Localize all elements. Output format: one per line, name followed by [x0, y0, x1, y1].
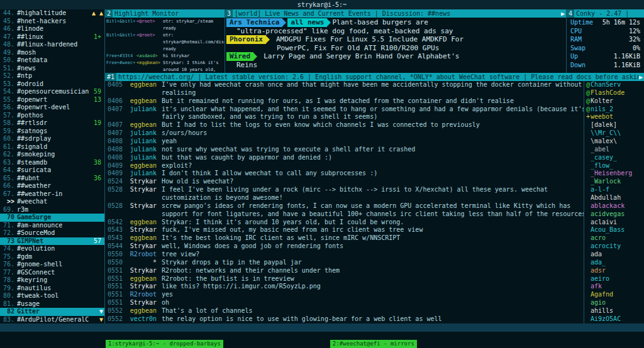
- stat-label: RAM: [570, 35, 582, 44]
- powerline-arrow-icon: [272, 44, 275, 52]
- buffer-list-item[interactable]: 53. #odroid: [0, 80, 104, 89]
- buffer-list-item[interactable]: 59. #satnogs: [0, 128, 104, 136]
- buffer-list-item[interactable]: 70 GameSurge: [0, 214, 104, 222]
- buffer-list-item[interactable]: 44. #highaltitude ▲ ▲: [0, 9, 104, 18]
- buffer-list-item[interactable]: 74. #evolution: [0, 245, 104, 253]
- message-time: 0405: [108, 81, 124, 89]
- buffer-list-item[interactable]: 62. #smokeping: [0, 151, 104, 159]
- buffer-list-item[interactable]: 78. #keyring: [0, 276, 104, 285]
- highlight-monitor-titlebar: 2 Highlight Monitor: [105, 9, 225, 18]
- buffer-list-item[interactable]: 61. #signald: [0, 143, 104, 151]
- nicklist-item[interactable]: agio: [586, 299, 644, 307]
- nicklist-item[interactable]: _Warlock: [586, 178, 644, 186]
- buffer-list-item[interactable]: 55. #openwrt 13: [0, 96, 104, 104]
- buffer-list-item[interactable]: 80. #tweak-tool: [0, 292, 104, 300]
- buffer-list-item[interactable]: 73 GIMPNet 57: [0, 237, 104, 246]
- buffer-list-item[interactable]: 52. #ntp: [0, 72, 104, 80]
- message-text: Strykar drops a tip in the paypal jar: [162, 259, 584, 267]
- nicklist-item[interactable]: aeiro: [586, 275, 644, 283]
- message-text: That's a lot of channels: [162, 307, 584, 315]
- buffer-list-item[interactable]: 67. ##weather-in: [0, 190, 104, 198]
- buffer-list-item[interactable]: 69. r3m: [0, 206, 104, 214]
- nicklist-item[interactable]: [dalek]: [586, 121, 644, 129]
- message-time: 0408: [108, 146, 124, 154]
- nicklist-item[interactable]: @ nils_2: [586, 106, 644, 114]
- buffer-list-item[interactable]: 65. ##ubnt 36: [0, 175, 104, 183]
- buffer-list-item[interactable]: 66. ##weather: [0, 182, 104, 190]
- buffer-list-item[interactable]: 71. #am-announce: [0, 222, 104, 230]
- message-time: 0408: [108, 154, 124, 162]
- chat-message-row: 0409 juliank I don't think I allow weech…: [108, 170, 584, 178]
- nick-name: acrocity: [591, 242, 621, 251]
- buffer-list-item[interactable]: 54. #opensourcemusician 59: [0, 88, 104, 96]
- nick-name: _abel: [591, 146, 609, 154]
- nicklist-item[interactable]: _abel: [586, 146, 644, 154]
- buffer-list-item[interactable]: 76. #gnome-shell: [0, 261, 104, 269]
- buffer-scroll-indicator-icon[interactable]: ▼: [99, 316, 103, 324]
- buffer-list-item[interactable]: 64. #suricata: [0, 166, 104, 175]
- buffer-list-item[interactable]: 81. #usage: [0, 300, 104, 308]
- nicklist-item[interactable]: afk: [586, 283, 644, 291]
- nicklist-item[interactable]: @ ChanServ: [586, 81, 644, 89]
- buffer-list-item[interactable]: 72. #SourceMod: [0, 229, 104, 237]
- nicklist-item[interactable]: + weebot: [586, 113, 644, 121]
- nicklist-item[interactable]: acrocity: [586, 242, 644, 251]
- message-nick: juliank: [124, 154, 157, 162]
- buffer-list-item[interactable]: 56. #openwrt-devel: [0, 104, 104, 112]
- nicklist-item[interactable]: a-l-f: [586, 186, 644, 194]
- tmux-window-tab[interactable]: 1:strykar@i-5:~ - dropped-barbays: [106, 340, 223, 348]
- nicklist-item[interactable]: Agafnd: [586, 291, 644, 299]
- stat-value: 0%: [633, 44, 640, 53]
- nicklist-item[interactable]: aclaivi: [586, 219, 644, 227]
- buffer-list-item[interactable]: 47. ##linux 1+: [0, 33, 104, 41]
- buffer-list-item[interactable]: 46. #linode: [0, 25, 104, 33]
- nick-mode-prefix: [586, 121, 591, 129]
- nicklist-item[interactable]: \malex\: [586, 138, 644, 146]
- nicklist-item[interactable]: @ FlashCode: [586, 89, 644, 97]
- nicklist-item[interactable]: ablackack: [586, 202, 644, 210]
- nicklist-item[interactable]: @ Kolter: [586, 97, 644, 106]
- chat-message-area[interactable]: 0405 eggbean I've only had weechat crash…: [105, 81, 584, 324]
- buffer-hotlist-count: 38: [94, 159, 101, 167]
- nicklist-item[interactable]: acro: [586, 234, 644, 242]
- buffer-list-item[interactable]: 48. ##linux-hardened: [0, 41, 104, 49]
- nick-name: ada_: [591, 259, 606, 267]
- nicklist-item[interactable]: _flow_: [586, 162, 644, 170]
- buffer-list-item[interactable]: >> #weechat: [0, 198, 104, 206]
- buffer-list-item[interactable]: 82 Gitter ▼: [0, 308, 104, 316]
- nicklist-item[interactable]: _casey_: [586, 154, 644, 162]
- buffer-list-item[interactable]: 83. #ArduPilot/GeneralC ▼: [0, 316, 104, 324]
- buffer-list-item[interactable]: 51. #news: [0, 65, 104, 73]
- nicklist-item[interactable]: \\Mr_C\\: [586, 129, 644, 138]
- buffer-list-item[interactable]: 57. #pothos: [0, 112, 104, 120]
- nicklist-item[interactable]: adsr: [586, 267, 644, 275]
- message-text: I've only had weechat crash once and tha…: [162, 81, 584, 89]
- message-time: [108, 210, 124, 219]
- tmux-window-tab[interactable]: 2:#weechat@efi - mirrors: [330, 340, 417, 348]
- buffer-scroll-indicator-icon[interactable]: ▼: [99, 308, 103, 316]
- buffer-name: #satnogs: [17, 128, 47, 136]
- nicklist-item[interactable]: ada_: [586, 259, 644, 267]
- input-bar[interactable]: [#weechat][Strykar(Zi)]: [0, 332, 644, 340]
- nicklist-item[interactable]: ada: [586, 251, 644, 259]
- nicklist-item[interactable]: Acou_Bass: [586, 226, 644, 234]
- nicklist-item[interactable]: Abdullah: [586, 194, 644, 202]
- news-source-chip: Wired: [226, 52, 253, 61]
- buffer-list-item[interactable]: 79. #nautilus: [0, 285, 104, 293]
- highlight-nick: <asdasd>: [136, 53, 163, 60]
- buffer-list-item[interactable]: 49. #mosh: [0, 49, 104, 57]
- buffer-list-item[interactable]: 63. #steamdb 38: [0, 159, 104, 167]
- buffer-list-item[interactable]: 60. ##sdrplay: [0, 135, 104, 143]
- buffer-list-item[interactable]: 75. #gdm: [0, 253, 104, 261]
- buffer-list-item[interactable]: 58. ##rtlsdr 19: [0, 119, 104, 128]
- message-nick: Strykar: [124, 242, 157, 251]
- buffer-number: 58.: [1, 119, 14, 128]
- buffer-scroll-indicator-icon[interactable]: ▲ ▲: [92, 9, 103, 18]
- buffer-list-item[interactable]: 77. #GSConnect: [0, 269, 104, 277]
- nicklist-item[interactable]: _Heisenberg: [586, 170, 644, 178]
- buffer-list-item[interactable]: 50. #netdata: [0, 57, 104, 65]
- buffer-list-item[interactable]: 45. #hnet-hackers: [0, 18, 104, 26]
- nicklist-item[interactable]: Ai9zO5AC: [586, 315, 644, 324]
- nicklist-item[interactable]: ahills: [586, 307, 644, 315]
- nicklist-item[interactable]: acidvegas: [586, 210, 644, 219]
